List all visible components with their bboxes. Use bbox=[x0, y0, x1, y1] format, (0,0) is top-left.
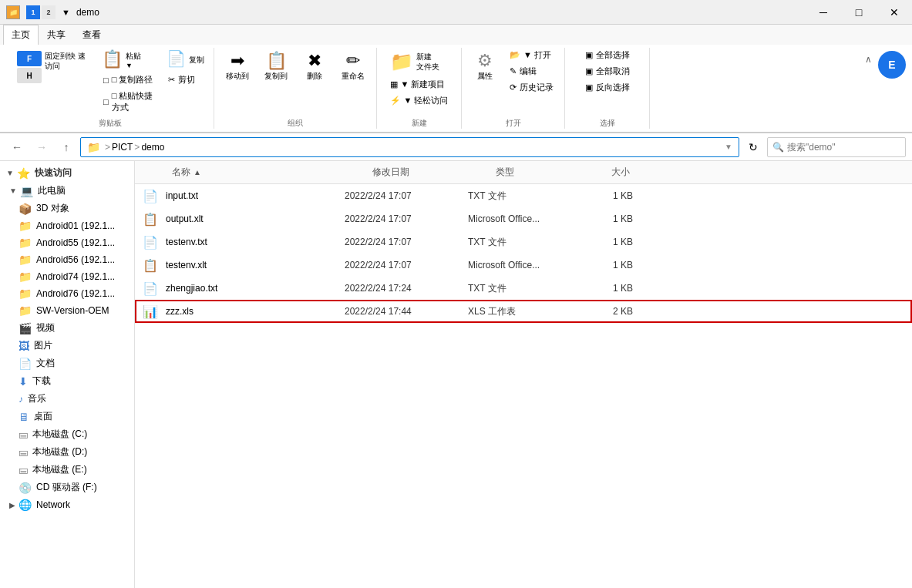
tab-view[interactable]: 查看 bbox=[74, 25, 109, 45]
move-icon: ➡ bbox=[231, 51, 244, 71]
table-row[interactable]: 📋 output.xlt 2022/2/24 17:07 Microsoft O… bbox=[135, 207, 912, 230]
sidebar-item-this-pc[interactable]: ▼ 💻 此电脑 bbox=[0, 182, 134, 200]
sidebar-item-quick-access[interactable]: ▼ ⭐ 快速访问 bbox=[0, 164, 134, 182]
minimize-button[interactable]: ─ bbox=[806, 0, 841, 25]
move-to-button[interactable]: ➡ 移动到 bbox=[220, 48, 254, 85]
rename-button[interactable]: ✏ 重命名 bbox=[336, 48, 370, 85]
search-icon: 🔍 bbox=[772, 142, 784, 153]
sidebar-cd-f-label: CD 驱动器 (F:) bbox=[36, 481, 97, 494]
file-list: 📄 input.txt 2022/2/24 17:07 TXT 文件 1 KB … bbox=[135, 184, 912, 588]
copy-to-icon: 📋 bbox=[266, 51, 287, 71]
table-row[interactable]: 📋 testenv.xlt 2022/2/24 17:07 Microsoft … bbox=[135, 254, 912, 277]
sidebar-music-label: 音乐 bbox=[28, 392, 46, 405]
sidebar-item-downloads[interactable]: ⬇ 下载 bbox=[0, 372, 134, 390]
properties-button[interactable]: ⚙ 属性 bbox=[468, 48, 502, 85]
file-area: 名称 ▲ 修改日期 类型 大小 📄 input.txt 2022/2/24 17… bbox=[135, 161, 912, 588]
sidebar-item-videos[interactable]: 🎬 视频 bbox=[0, 319, 134, 337]
invert-select-button[interactable]: ▣ 反向选择 bbox=[581, 80, 634, 95]
header-spacer bbox=[135, 164, 166, 180]
table-row[interactable]: 📄 zhengjiao.txt 2022/2/24 17:24 TXT 文件 1… bbox=[135, 277, 912, 300]
sidebar-3d-label: 3D 对象 bbox=[36, 202, 69, 215]
sidebar-item-local-e[interactable]: 🖴 本地磁盘 (E:) bbox=[0, 461, 134, 479]
file-type: Microsoft Office... bbox=[468, 260, 584, 270]
organize-label: 组织 bbox=[288, 115, 303, 129]
file-date: 2022/2/24 17:07 bbox=[345, 237, 468, 247]
sidebar-item-network[interactable]: ▶ 🌐 Network bbox=[0, 496, 134, 513]
sidebar-item-music[interactable]: ♪ 音乐 bbox=[0, 390, 134, 408]
address-bar-area: ← → ↑ 📁 > PICT > demo ▼ ↻ 🔍 bbox=[0, 133, 912, 161]
sidebar-item-local-c[interactable]: 🖴 本地磁盘 (C:) bbox=[0, 425, 134, 443]
delete-button[interactable]: ✖ 删除 bbox=[298, 48, 331, 85]
sidebar-item-pictures[interactable]: 🖼 图片 bbox=[0, 337, 134, 354]
address-dropdown-icon[interactable]: ▼ bbox=[725, 143, 732, 151]
sidebar-item-android76[interactable]: 📁 Android76 (192.1... bbox=[0, 285, 134, 302]
search-box[interactable]: 🔍 bbox=[767, 137, 906, 157]
select-none-button[interactable]: ▣ 全部取消 bbox=[581, 64, 634, 79]
forward-button[interactable]: → bbox=[31, 136, 52, 158]
select-all-icon: ▣ bbox=[585, 50, 593, 60]
history-button[interactable]: ⟳ 历史记录 bbox=[505, 80, 558, 95]
tab-share[interactable]: 共享 bbox=[39, 25, 74, 45]
new-folder-button[interactable]: 📁 新建文件夹 bbox=[385, 48, 444, 76]
sidebar-item-desktop[interactable]: 🖥 桌面 bbox=[0, 408, 134, 425]
tab-home[interactable]: 主页 bbox=[3, 25, 39, 45]
history-label: 历史记录 bbox=[520, 82, 554, 93]
copy-button[interactable]: 📄 复制 bbox=[163, 48, 207, 69]
sidebar-item-documents[interactable]: 📄 文档 bbox=[0, 354, 134, 372]
address-box[interactable]: 📁 > PICT > demo ▼ bbox=[80, 137, 739, 157]
title-dropdown-icon[interactable]: ▼ bbox=[62, 8, 70, 17]
search-input[interactable] bbox=[787, 142, 900, 153]
copy-to-button[interactable]: 📋 复制到 bbox=[259, 48, 293, 85]
sidebar-item-local-d[interactable]: 🖴 本地磁盘 (D:) bbox=[0, 443, 134, 461]
file-name: input.txt bbox=[166, 190, 345, 201]
sidebar-item-cd-f[interactable]: 💿 CD 驱动器 (F:) bbox=[0, 479, 134, 496]
header-name[interactable]: 名称 ▲ bbox=[166, 164, 366, 180]
open-icon: 📂 bbox=[510, 50, 520, 60]
new-item-button[interactable]: ▦ ▼ 新建项目 bbox=[385, 77, 453, 92]
file-size: 1 KB bbox=[584, 237, 645, 247]
new-folder-icon: 📁 bbox=[390, 51, 413, 72]
sidebar-this-pc-label: 此电脑 bbox=[38, 184, 66, 197]
select-all-button[interactable]: ▣ 全部选择 bbox=[581, 48, 634, 62]
sidebar-item-sw-version[interactable]: 📁 SW-Version-OEM bbox=[0, 302, 134, 319]
delete-label: 删除 bbox=[307, 71, 322, 82]
easy-access-button[interactable]: ⚡ ▼ 轻松访问 bbox=[385, 93, 453, 108]
close-button[interactable]: ✕ bbox=[877, 0, 912, 25]
table-row[interactable]: 📄 input.txt 2022/2/24 17:07 TXT 文件 1 KB bbox=[135, 184, 912, 207]
up-button[interactable]: ↑ bbox=[56, 136, 77, 158]
sidebar-item-android56[interactable]: 📁 Android56 (192.1... bbox=[0, 251, 134, 268]
pin-quick-access-button[interactable]: F H 固定到快 速访问 bbox=[12, 48, 96, 86]
refresh-button[interactable]: ↻ bbox=[742, 136, 764, 158]
back-button[interactable]: ← bbox=[6, 136, 28, 158]
sidebar-item-android01[interactable]: 📁 Android01 (192.1... bbox=[0, 217, 134, 234]
user-avatar[interactable]: E bbox=[878, 51, 906, 79]
open-label: 打开 bbox=[506, 115, 521, 129]
cut-button[interactable]: ✂ 剪切 bbox=[163, 72, 207, 87]
copy-path-button[interactable]: □ □ 复制路径 bbox=[99, 72, 160, 87]
address-demo[interactable]: demo bbox=[141, 142, 164, 153]
quick-access-chevron: ▼ bbox=[6, 169, 14, 177]
f-icon: F bbox=[17, 51, 42, 66]
maximize-button[interactable]: □ bbox=[841, 0, 877, 25]
paste-label: 粘贴 bbox=[126, 51, 141, 62]
open-button[interactable]: 📂 ▼ 打开 bbox=[505, 48, 558, 62]
sidebar-item-3d-objects[interactable]: 📦 3D 对象 bbox=[0, 200, 134, 217]
table-row[interactable]: 📊 zzz.xls 2022/2/24 17:44 XLS 工作表 2 KB bbox=[135, 300, 912, 323]
sidebar-item-android55[interactable]: 📁 Android55 (192.1... bbox=[0, 234, 134, 251]
group-open: ⚙ 属性 📂 ▼ 打开 ✎ 编辑 ⟳ 历史记录 bbox=[462, 48, 565, 129]
drive-d-icon: 🖴 bbox=[19, 447, 28, 458]
paste-shortcut-button[interactable]: □ □ 粘贴快捷方式 bbox=[99, 89, 160, 115]
pin-2-icon: 2 bbox=[42, 5, 56, 19]
select-none-label: 全部取消 bbox=[596, 66, 630, 77]
address-pict[interactable]: PICT bbox=[112, 142, 133, 153]
edit-button[interactable]: ✎ 编辑 bbox=[505, 64, 558, 79]
header-size[interactable]: 大小 bbox=[605, 164, 667, 180]
header-modified[interactable]: 修改日期 bbox=[366, 164, 490, 180]
header-type[interactable]: 类型 bbox=[490, 164, 605, 180]
paste-button[interactable]: 📋 粘贴 ▼ bbox=[99, 48, 160, 71]
table-row[interactable]: 📄 testenv.txt 2022/2/24 17:07 TXT 文件 1 K… bbox=[135, 230, 912, 254]
ribbon-collapse-icon[interactable]: ∧ bbox=[862, 51, 875, 68]
sidebar-item-quick-access-label: 快速访问 bbox=[35, 166, 72, 180]
sidebar-item-android74[interactable]: 📁 Android74 (192.1... bbox=[0, 268, 134, 285]
delete-icon: ✖ bbox=[308, 51, 321, 71]
